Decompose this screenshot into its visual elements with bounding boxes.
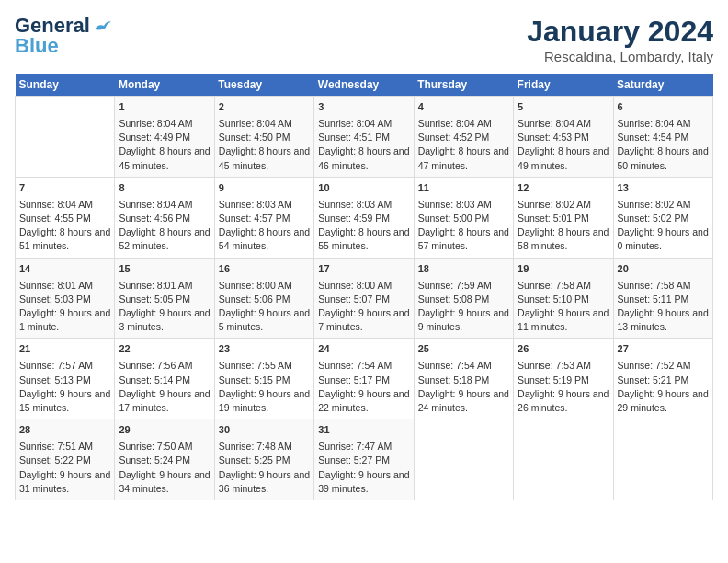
sunset-text: Sunset: 5:03 PM [19,293,91,304]
calendar-cell: 30Sunrise: 7:48 AMSunset: 5:25 PMDayligh… [214,419,313,500]
daylight-text: Daylight: 9 hours and 36 minutes. [219,469,310,494]
daylight-text: Daylight: 8 hours and 57 minutes. [418,226,509,251]
daylight-text: Daylight: 9 hours and 24 minutes. [418,388,509,413]
logo-bird-icon [93,17,113,33]
sunset-text: Sunset: 5:14 PM [119,374,190,385]
daylight-text: Daylight: 9 hours and 9 minutes. [418,307,509,332]
sunset-text: Sunset: 5:15 PM [219,374,290,385]
calendar-cell: 23Sunrise: 7:55 AMSunset: 5:15 PMDayligh… [214,339,313,419]
daylight-text: Daylight: 9 hours and 29 minutes. [618,388,709,413]
sunrise-text: Sunrise: 7:57 AM [19,360,93,371]
calendar-cell: 25Sunrise: 7:54 AMSunset: 5:18 PMDayligh… [414,339,513,419]
sunset-text: Sunset: 4:54 PM [618,132,689,143]
day-number: 23 [219,342,310,357]
sunset-text: Sunset: 4:53 PM [518,132,589,143]
sunrise-text: Sunrise: 8:00 AM [318,280,392,291]
calendar-cell: 9Sunrise: 8:03 AMSunset: 4:57 PMDaylight… [214,177,313,258]
day-number: 19 [518,262,609,277]
calendar-body: 1Sunrise: 8:04 AMSunset: 4:49 PMDaylight… [16,97,713,500]
day-number: 20 [618,262,709,277]
calendar-table: Sunday Monday Tuesday Wednesday Thursday… [15,74,713,500]
daylight-text: Daylight: 9 hours and 19 minutes. [219,388,310,413]
calendar-cell: 13Sunrise: 8:02 AMSunset: 5:02 PMDayligh… [613,177,712,258]
daylight-text: Daylight: 8 hours and 51 minutes. [19,226,110,251]
day-number: 6 [618,100,709,115]
daylight-text: Daylight: 9 hours and 39 minutes. [318,469,409,494]
daylight-text: Daylight: 8 hours and 46 minutes. [318,145,409,170]
sunrise-text: Sunrise: 8:02 AM [518,199,591,210]
sunset-text: Sunset: 4:52 PM [418,132,490,143]
daylight-text: Daylight: 8 hours and 54 minutes. [219,226,310,251]
sunset-text: Sunset: 5:08 PM [418,293,490,304]
day-number: 22 [119,342,210,357]
sunset-text: Sunset: 4:56 PM [119,213,190,224]
sunrise-text: Sunrise: 8:04 AM [518,118,591,129]
sunset-text: Sunset: 5:25 PM [219,454,290,465]
col-friday: Friday [514,74,613,97]
calendar-cell: 22Sunrise: 7:56 AMSunset: 5:14 PMDayligh… [115,339,214,419]
daylight-text: Daylight: 8 hours and 50 minutes. [618,145,709,170]
calendar-cell [613,419,712,500]
sunrise-text: Sunrise: 8:03 AM [418,199,492,210]
calendar-cell: 16Sunrise: 8:00 AMSunset: 5:06 PMDayligh… [214,258,313,339]
day-number: 30 [219,423,310,438]
day-number: 12 [518,181,609,196]
sunset-text: Sunset: 5:21 PM [618,374,689,385]
calendar-cell [414,419,513,500]
day-number: 24 [318,342,409,357]
daylight-text: Daylight: 9 hours and 17 minutes. [119,388,210,413]
calendar-week-row: 14Sunrise: 8:01 AMSunset: 5:03 PMDayligh… [16,258,713,339]
page-header: General Blue January 2024 Rescaldina, Lo… [15,15,713,64]
calendar-cell: 19Sunrise: 7:58 AMSunset: 5:10 PMDayligh… [514,258,613,339]
sunrise-text: Sunrise: 7:50 AM [119,441,192,452]
sunrise-text: Sunrise: 8:02 AM [618,199,691,210]
day-number: 31 [318,423,409,438]
sunset-text: Sunset: 4:51 PM [318,132,390,143]
sunrise-text: Sunrise: 8:04 AM [219,118,292,129]
subtitle: Rescaldina, Lombardy, Italy [527,49,713,64]
sunrise-text: Sunrise: 8:00 AM [219,280,292,291]
sunrise-text: Sunrise: 7:58 AM [618,280,691,291]
sunset-text: Sunset: 5:13 PM [19,374,91,385]
main-title: January 2024 [527,15,713,49]
sunrise-text: Sunrise: 7:48 AM [219,441,292,452]
daylight-text: Daylight: 9 hours and 15 minutes. [19,388,110,413]
day-number: 7 [19,181,110,196]
sunset-text: Sunset: 5:05 PM [119,293,190,304]
sunrise-text: Sunrise: 7:58 AM [518,280,591,291]
daylight-text: Daylight: 8 hours and 47 minutes. [418,145,509,170]
sunrise-text: Sunrise: 8:04 AM [119,199,192,210]
daylight-text: Daylight: 9 hours and 34 minutes. [119,469,210,494]
sunrise-text: Sunrise: 8:03 AM [219,199,292,210]
daylight-text: Daylight: 9 hours and 26 minutes. [518,388,609,413]
calendar-cell: 17Sunrise: 8:00 AMSunset: 5:07 PMDayligh… [314,258,414,339]
daylight-text: Daylight: 9 hours and 31 minutes. [19,469,110,494]
day-number: 21 [19,342,110,357]
day-number: 5 [518,100,609,115]
day-number: 18 [418,262,509,277]
day-number: 13 [618,181,709,196]
header-row: Sunday Monday Tuesday Wednesday Thursday… [16,74,713,97]
sunrise-text: Sunrise: 7:53 AM [518,360,591,371]
col-tuesday: Tuesday [214,74,313,97]
sunrise-text: Sunrise: 8:04 AM [418,118,492,129]
calendar-cell: 8Sunrise: 8:04 AMSunset: 4:56 PMDaylight… [115,177,214,258]
daylight-text: Daylight: 9 hours and 1 minute. [19,307,110,332]
page-container: General Blue January 2024 Rescaldina, Lo… [0,0,728,510]
sunset-text: Sunset: 5:27 PM [318,454,390,465]
calendar-cell: 24Sunrise: 7:54 AMSunset: 5:17 PMDayligh… [314,339,414,419]
sunrise-text: Sunrise: 7:55 AM [219,360,292,371]
day-number: 27 [618,342,709,357]
calendar-cell: 12Sunrise: 8:02 AMSunset: 5:01 PMDayligh… [514,177,613,258]
calendar-cell: 1Sunrise: 8:04 AMSunset: 4:49 PMDaylight… [115,97,214,178]
calendar-cell: 27Sunrise: 7:52 AMSunset: 5:21 PMDayligh… [613,339,712,419]
col-thursday: Thursday [414,74,513,97]
daylight-text: Daylight: 9 hours and 11 minutes. [518,307,609,332]
calendar-cell: 28Sunrise: 7:51 AMSunset: 5:22 PMDayligh… [16,419,115,500]
sunset-text: Sunset: 4:59 PM [318,213,390,224]
sunset-text: Sunset: 4:50 PM [219,132,290,143]
calendar-header: Sunday Monday Tuesday Wednesday Thursday… [16,74,713,97]
calendar-cell: 11Sunrise: 8:03 AMSunset: 5:00 PMDayligh… [414,177,513,258]
calendar-week-row: 21Sunrise: 7:57 AMSunset: 5:13 PMDayligh… [16,339,713,419]
logo-text-blue: Blue [15,35,59,57]
